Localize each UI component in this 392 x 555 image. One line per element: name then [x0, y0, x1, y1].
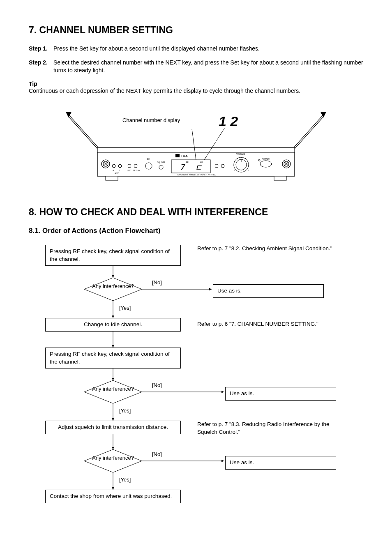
step-2-label: Step 2. [29, 59, 53, 75]
flow-d2-no: [No] [152, 382, 162, 388]
svg-point-36 [234, 161, 235, 162]
svg-point-37 [237, 158, 238, 159]
svg-rect-5 [97, 147, 295, 152]
svg-rect-26 [175, 154, 180, 157]
flow-start-box: Pressing RF check key, check signal cond… [45, 245, 181, 265]
svg-point-35 [233, 166, 234, 166]
svg-text:AF: AF [200, 161, 203, 164]
flow-d3-yes: [Yes] [119, 477, 131, 483]
svg-rect-21 [171, 160, 210, 173]
channel-number-large: 1 2 [219, 113, 238, 129]
flow-use-2: Use as is. [225, 387, 336, 400]
svg-point-41 [248, 166, 249, 166]
svg-text:TOA: TOA [181, 154, 188, 158]
flow-use-3: Use as is. [225, 456, 336, 469]
flow-decision-3: Any interference? [84, 449, 142, 472]
svg-point-34 [234, 170, 235, 170]
channel-display-callout: Channel number display [122, 117, 180, 123]
svg-point-39 [245, 158, 246, 159]
svg-text:DIVERSITY WIRELESS TUNER WT-58: DIVERSITY WIRELESS TUNER WT-5810 [178, 173, 216, 176]
flowchart: Pressing RF check key, check signal cond… [45, 245, 363, 549]
svg-text:SQ: SQ [147, 158, 150, 160]
svg-text:RF: RF [186, 161, 189, 164]
svg-rect-6 [106, 176, 118, 180]
flow-d1-no: [No] [152, 279, 162, 286]
flow-change-channel: Change to idle channel. [45, 318, 181, 331]
flow-use-1: Use as is. [213, 284, 324, 297]
svg-text:ANT: ANT [115, 172, 119, 175]
svg-point-42 [248, 170, 249, 170]
step-2-text: Select the desired channel number with t… [53, 59, 363, 75]
svg-text:SET: SET [127, 169, 131, 172]
svg-text:VOLUME: VOLUME [236, 153, 245, 155]
step-1-label: Step 1. [29, 45, 53, 53]
section-8-1-heading: 8.1. Order of Actions (Action Flowchart) [29, 227, 363, 235]
step-1-row: Step 1. Press the Set key for about a se… [29, 45, 363, 53]
svg-text:SQ. OFF: SQ. OFF [157, 161, 165, 164]
flow-decision-1: Any interference? [84, 278, 142, 301]
flow-adjust-ref: Refer to p. 7 "8.3. Reducing Radio Inter… [197, 421, 345, 435]
section-8-heading: 8. HOW TO CHECK AND DEAL WITH INTERFEREN… [29, 207, 363, 218]
flow-contact-shop: Contact the shop from where unit was pur… [45, 490, 181, 503]
flow-change-ref: Refer to p. 6 "7. CHANNEL NUMBER SETTING… [197, 320, 345, 328]
flow-adjust-squelch: Adjust squelch to limit transmission dis… [45, 421, 181, 434]
flow-decision-2: Any interference? [84, 380, 142, 403]
section-7-heading: 7. CHANNEL NUMBER SETTING [29, 25, 363, 36]
svg-point-38 [241, 157, 242, 158]
svg-rect-7 [274, 176, 286, 180]
flow-check-2: Pressing RF check key, check signal cond… [45, 348, 181, 368]
step-1-text: Press the Set key for about a second unt… [53, 45, 363, 53]
flow-d2-yes: [Yes] [119, 408, 131, 414]
svg-text:RF CHK: RF CHK [133, 169, 141, 172]
svg-text:POWER: POWER [262, 158, 270, 160]
flow-d3-no: [No] [152, 451, 162, 457]
step-2-row: Step 2. Select the desired channel numbe… [29, 59, 363, 75]
tip-text: Continuous or each depression of the NEX… [29, 87, 363, 95]
tip-label: Tip [29, 81, 363, 87]
svg-point-40 [247, 161, 248, 162]
device-illustration: A B SET RF CHK ANT SQ SQ. OFF 7 ⊏ RF AF … [29, 102, 363, 190]
flow-d1-yes: [Yes] [119, 305, 131, 311]
flow-start-ref: Refer to p. 7 "8.2. Checking Ambient Sig… [197, 245, 337, 252]
tuner-drawing: A B SET RF CHK ANT SQ SQ. OFF 7 ⊏ RF AF … [56, 102, 336, 189]
